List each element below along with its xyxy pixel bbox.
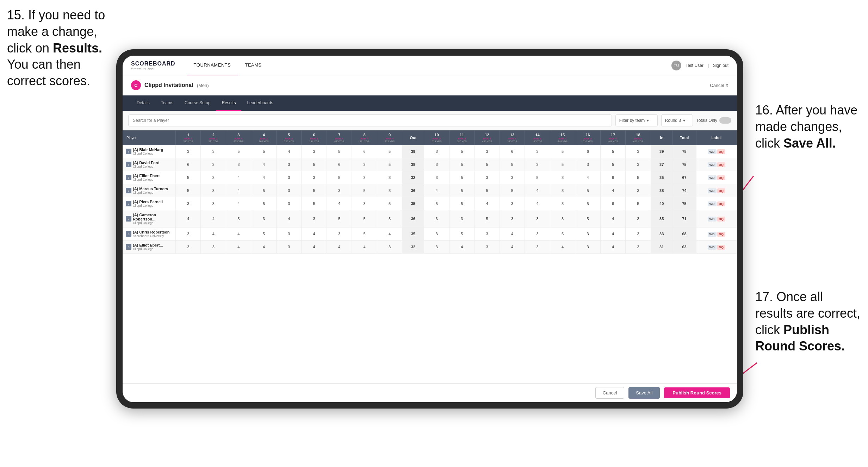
score-cell[interactable]: 3 <box>550 171 575 184</box>
nav-tournaments[interactable]: TOURNAMENTS <box>187 56 238 75</box>
score-cell[interactable]: 5 <box>327 171 352 184</box>
score-cell[interactable]: 4 <box>251 241 276 254</box>
score-cell[interactable]: 3 <box>500 210 525 228</box>
score-cell[interactable]: 5 <box>251 184 276 197</box>
search-input[interactable] <box>128 114 612 126</box>
dq-label[interactable]: DQ <box>717 188 726 193</box>
score-cell[interactable]: 5 <box>352 184 377 197</box>
score-cell[interactable]: 3 <box>201 184 226 197</box>
score-cell[interactable]: 3 <box>525 228 550 241</box>
round-select[interactable]: Round 3 ▾ <box>661 114 693 126</box>
score-cell[interactable]: 3 <box>475 145 500 158</box>
score-cell[interactable]: 5 <box>626 197 651 210</box>
score-cell[interactable]: 3 <box>352 171 377 184</box>
tab-results[interactable]: Results <box>216 95 241 111</box>
score-cell[interactable]: 3 <box>575 228 600 241</box>
score-cell[interactable]: 5 <box>449 158 474 171</box>
score-cell[interactable]: 5 <box>449 171 474 184</box>
dq-label[interactable]: DQ <box>717 245 726 250</box>
score-cell[interactable]: 3 <box>176 241 201 254</box>
score-cell[interactable]: 3 <box>424 241 449 254</box>
wd-label[interactable]: WD <box>708 162 717 167</box>
score-cell[interactable]: 3 <box>302 171 327 184</box>
tab-teams[interactable]: Teams <box>155 95 179 111</box>
score-cell[interactable]: 4 <box>327 197 352 210</box>
score-cell[interactable]: 5 <box>251 228 276 241</box>
score-cell[interactable]: 3 <box>626 210 651 228</box>
score-cell[interactable]: 4 <box>302 228 327 241</box>
wd-label[interactable]: WD <box>708 245 717 250</box>
dq-label[interactable]: DQ <box>717 149 726 154</box>
score-cell[interactable]: 5 <box>176 184 201 197</box>
score-cell[interactable]: 4 <box>377 228 402 241</box>
score-cell[interactable]: 3 <box>626 145 651 158</box>
score-cell[interactable]: 5 <box>251 145 276 158</box>
score-cell[interactable]: 3 <box>176 228 201 241</box>
score-cell[interactable]: 4 <box>500 241 525 254</box>
score-cell[interactable]: 3 <box>424 158 449 171</box>
score-cell[interactable]: 5 <box>424 197 449 210</box>
score-cell[interactable]: 3 <box>276 197 301 210</box>
dq-label[interactable]: DQ <box>717 201 726 206</box>
score-cell[interactable]: 3 <box>377 241 402 254</box>
score-cell[interactable]: 5 <box>377 145 402 158</box>
score-cell[interactable]: 5 <box>500 184 525 197</box>
score-cell[interactable]: 5 <box>550 228 575 241</box>
score-cell[interactable]: 3 <box>377 210 402 228</box>
score-cell[interactable]: 3 <box>500 197 525 210</box>
score-cell[interactable]: 6 <box>500 145 525 158</box>
score-cell[interactable]: 5 <box>302 197 327 210</box>
score-cell[interactable]: 3 <box>575 158 600 171</box>
nav-teams[interactable]: TEAMS <box>238 56 268 75</box>
score-cell[interactable]: 3 <box>201 197 226 210</box>
score-cell[interactable]: 3 <box>424 145 449 158</box>
score-cell[interactable]: 5 <box>500 158 525 171</box>
dq-label[interactable]: DQ <box>717 175 726 180</box>
score-cell[interactable]: 4 <box>302 241 327 254</box>
score-cell[interactable]: 4 <box>600 228 625 241</box>
wd-label[interactable]: WD <box>708 217 717 222</box>
score-cell[interactable]: 4 <box>201 228 226 241</box>
score-cell[interactable]: 4 <box>525 197 550 210</box>
score-cell[interactable]: 3 <box>302 210 327 228</box>
score-cell[interactable]: 3 <box>449 210 474 228</box>
score-cell[interactable]: 4 <box>226 197 251 210</box>
score-cell[interactable]: 5 <box>550 145 575 158</box>
wd-label[interactable]: WD <box>708 232 717 237</box>
score-cell[interactable]: 4 <box>600 210 625 228</box>
score-cell[interactable]: 3 <box>201 171 226 184</box>
score-cell[interactable]: 3 <box>377 171 402 184</box>
score-cell[interactable]: 3 <box>226 158 251 171</box>
score-cell[interactable]: 3 <box>176 145 201 158</box>
score-cell[interactable]: 5 <box>575 210 600 228</box>
score-cell[interactable]: 3 <box>276 171 301 184</box>
score-cell[interactable]: 3 <box>251 210 276 228</box>
score-cell[interactable]: 3 <box>201 145 226 158</box>
score-cell[interactable]: 3 <box>475 171 500 184</box>
publish-round-scores-button[interactable]: Publish Round Scores <box>664 387 730 398</box>
score-cell[interactable]: 6 <box>176 158 201 171</box>
score-cell[interactable]: 4 <box>226 184 251 197</box>
score-cell[interactable]: 4 <box>600 184 625 197</box>
score-cell[interactable]: 3 <box>550 184 575 197</box>
score-cell[interactable]: 3 <box>525 241 550 254</box>
score-cell[interactable]: 5 <box>449 228 474 241</box>
score-cell[interactable]: 3 <box>626 184 651 197</box>
score-cell[interactable]: 4 <box>201 210 226 228</box>
score-cell[interactable]: 3 <box>550 210 575 228</box>
score-cell[interactable]: 5 <box>327 210 352 228</box>
sign-out-link[interactable]: Sign out <box>713 63 728 68</box>
score-cell[interactable]: 4 <box>276 210 301 228</box>
score-cell[interactable]: 4 <box>475 197 500 210</box>
score-cell[interactable]: 3 <box>550 197 575 210</box>
score-cell[interactable]: 5 <box>550 158 575 171</box>
wd-label[interactable]: WD <box>708 201 717 206</box>
cancel-x-button[interactable]: Cancel X <box>710 83 728 88</box>
score-cell[interactable]: 4 <box>449 241 474 254</box>
score-cell[interactable]: 5 <box>475 158 500 171</box>
score-cell[interactable]: 5 <box>226 210 251 228</box>
score-cell[interactable]: 5 <box>475 210 500 228</box>
totals-only-toggle[interactable]: Totals Only <box>696 117 731 124</box>
score-cell[interactable]: 4 <box>575 171 600 184</box>
filter-by-team-select[interactable]: Filter by team ▾ <box>615 114 658 126</box>
